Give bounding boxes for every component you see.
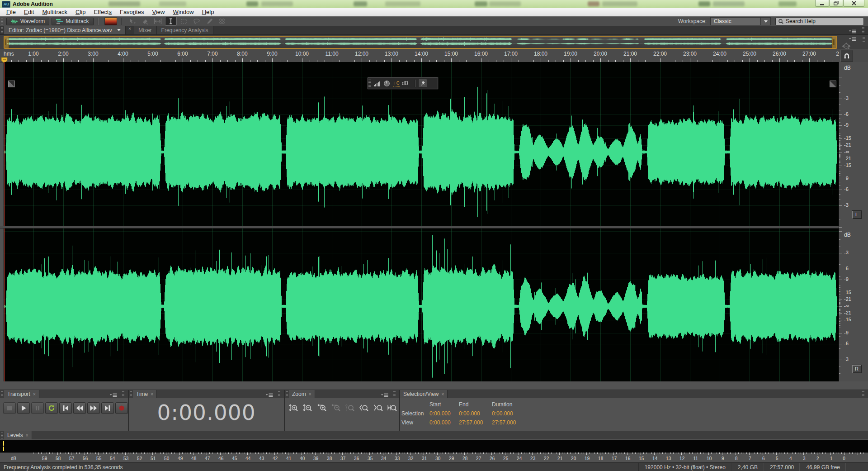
time-right-grip[interactable]: [278, 391, 280, 397]
frequency-analysis-tab[interactable]: Frequency Analysis: [157, 26, 213, 34]
workspace-select[interactable]: Classic: [710, 17, 771, 25]
ibeam-selection-tool[interactable]: [165, 17, 177, 26]
time-panel-menu[interactable]: [266, 392, 273, 399]
zoom-grip[interactable]: [286, 391, 288, 397]
zoom-tab[interactable]: Zoom ×: [289, 390, 315, 398]
marquee-selection-tool[interactable]: [179, 17, 189, 25]
zoom-right-grip[interactable]: [393, 391, 396, 397]
transport-grip[interactable]: [1, 391, 3, 397]
waveform-editor-area[interactable]: [4, 62, 839, 381]
mixer-tab[interactable]: Mixer: [134, 26, 156, 34]
snap-toggle-button[interactable]: [840, 50, 853, 62]
pause-button[interactable]: [31, 402, 44, 414]
view-start-value[interactable]: 0:00.000: [429, 419, 451, 426]
zoom-panel-menu[interactable]: [381, 392, 388, 399]
selection-end-value[interactable]: 0:00.000: [459, 410, 480, 417]
overview-right-handle[interactable]: [832, 37, 836, 48]
zoom-reset-button[interactable]: [345, 404, 357, 414]
close-button[interactable]: [843, 0, 864, 7]
time-tab[interactable]: Time ×: [133, 390, 157, 398]
stop-button[interactable]: [3, 402, 16, 414]
skip-to-start-button[interactable]: [59, 402, 72, 414]
waveform-view-button[interactable]: Waveform: [6, 18, 49, 25]
overview-left-handle[interactable]: [5, 37, 9, 48]
selection-duration-value[interactable]: 0:00.000: [492, 410, 513, 417]
rewind-button[interactable]: [73, 402, 86, 414]
workspace-dropdown-arrow[interactable]: [760, 18, 770, 25]
search-help-box[interactable]: Search Help: [775, 18, 864, 25]
levels-tab[interactable]: Levels ×: [4, 431, 32, 439]
tabrow-right-grip[interactable]: [862, 27, 864, 33]
menu-effects[interactable]: Effects: [90, 9, 116, 15]
lasso-selection-tool[interactable]: [191, 17, 202, 25]
menu-clip[interactable]: Clip: [71, 9, 90, 15]
tabrow-grip[interactable]: [1, 27, 3, 33]
hud-pin-button[interactable]: [418, 79, 427, 88]
play-button[interactable]: [17, 402, 30, 414]
zoom-in-amplitude-button[interactable]: [288, 404, 300, 414]
editor-tab-dropdown[interactable]: [115, 29, 121, 31]
menu-multitrack[interactable]: Multitrack: [38, 9, 71, 15]
menu-favorites[interactable]: Favorites: [116, 9, 148, 15]
restore-button[interactable]: [829, 0, 843, 7]
levels-tab-close[interactable]: ×: [26, 433, 28, 438]
zoom-out-point-button[interactable]: [373, 404, 385, 414]
menu-view[interactable]: View: [148, 9, 169, 15]
menu-file[interactable]: File: [2, 9, 20, 15]
overview-waveform-display[interactable]: [5, 37, 835, 46]
zoom-out-amplitude-button[interactable]: [302, 404, 314, 414]
transport-tab-close[interactable]: ×: [33, 392, 36, 397]
levels-meter[interactable]: [0, 440, 868, 453]
move-tool[interactable]: [127, 17, 138, 25]
editor-tab[interactable]: Editor: Zodiac (=1980=) Disco Alliance.w…: [4, 26, 126, 34]
multitrack-view-button[interactable]: Multitrack: [52, 18, 93, 25]
menu-help[interactable]: Help: [198, 9, 218, 15]
amplitude-ruler[interactable]: dB-3-3-6-6-9-9-15-15-21-21-∞dB-3-3-6-6-9…: [839, 62, 868, 381]
zoom-in-time-button[interactable]: [317, 404, 329, 414]
zoom-in-point-button[interactable]: [359, 404, 371, 414]
time-grip[interactable]: [130, 391, 132, 397]
loop-button[interactable]: [45, 402, 58, 414]
spot-healing-brush-tool[interactable]: [217, 17, 227, 25]
toolbar-grip[interactable]: [1, 19, 3, 24]
transport-tab[interactable]: Transport ×: [4, 390, 39, 398]
main-waveform-display[interactable]: [4, 62, 839, 381]
selection-view-tab-close[interactable]: ×: [442, 392, 444, 397]
paintbrush-tool[interactable]: [204, 17, 215, 25]
spectral-display-button[interactable]: [104, 17, 117, 25]
razor-tool[interactable]: [140, 17, 151, 25]
transport-right-grip[interactable]: [122, 391, 124, 397]
zoom-out-time-button[interactable]: [331, 404, 343, 414]
view-end-value[interactable]: 27:57.000: [459, 419, 483, 426]
selection-start-value[interactable]: 0:00.000: [429, 410, 451, 417]
hud-gain-value[interactable]: +0: [393, 80, 400, 87]
right-channel-button[interactable]: R: [852, 365, 862, 373]
menu-window[interactable]: Window: [169, 9, 198, 15]
top-left-corner-widget[interactable]: [8, 81, 15, 87]
time-tab-close[interactable]: ×: [151, 392, 153, 397]
hud-grip[interactable]: [368, 80, 371, 87]
editor-tab-close[interactable]: ×: [126, 26, 134, 34]
channel-divider[interactable]: [0, 226, 868, 228]
menu-edit[interactable]: Edit: [20, 9, 38, 15]
record-button[interactable]: [115, 402, 128, 414]
zoom-tab-close[interactable]: ×: [309, 392, 311, 397]
selection-view-right-grip[interactable]: [862, 391, 864, 397]
time-selection-tool[interactable]: [152, 17, 163, 25]
selection-view-tab[interactable]: Selection/View ×: [400, 390, 448, 398]
levels-grip[interactable]: [1, 433, 3, 438]
minimize-button[interactable]: [815, 0, 829, 7]
zoom-selection-button[interactable]: [387, 404, 399, 414]
overview-grip[interactable]: [863, 36, 865, 42]
gain-hud[interactable]: +0 dB: [367, 77, 439, 90]
top-right-corner-widget[interactable]: [830, 81, 836, 87]
gain-knob-icon[interactable]: [383, 80, 390, 87]
skip-to-end-button[interactable]: [101, 402, 114, 414]
fast-forward-button[interactable]: [87, 402, 100, 414]
left-channel-button[interactable]: L: [852, 210, 862, 219]
view-duration-value[interactable]: 27:57.000: [492, 419, 516, 426]
transport-panel-menu[interactable]: [110, 392, 117, 399]
editor-panel-menu[interactable]: [849, 29, 856, 35]
overview-range-box[interactable]: [4, 36, 837, 49]
timeline-ruler[interactable]: hms 1:002:003:004:005:006:007:008:009:00…: [0, 49, 868, 62]
